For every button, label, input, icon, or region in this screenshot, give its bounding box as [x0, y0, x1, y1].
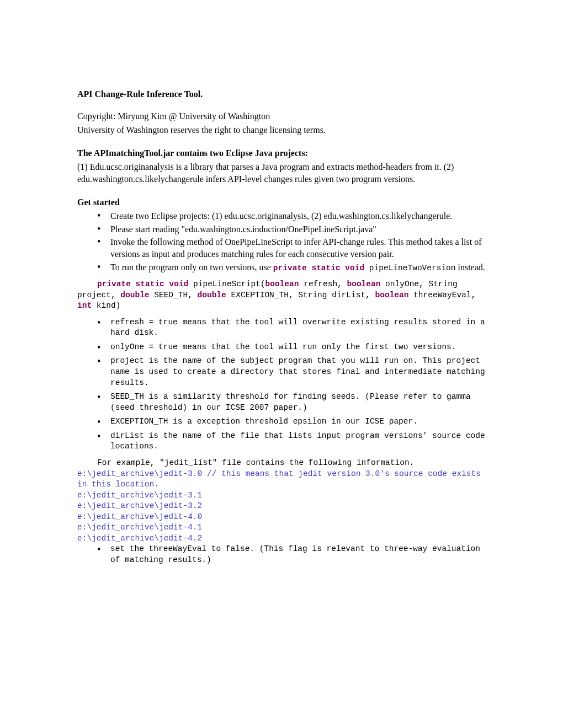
code-text: SEED_TH,	[150, 291, 198, 299]
code-keyword: private static void	[273, 264, 364, 272]
code-keyword: int	[77, 301, 92, 310]
jar-heading: The APImatchingTool.jar contains two Ecl…	[77, 147, 486, 159]
get-started-heading: Get started	[77, 196, 486, 208]
final-list: set the threeWayEval to false. (This fla…	[77, 544, 486, 565]
list-item: refresh = true means that the tool will …	[77, 317, 486, 339]
method-signature: private static void pipeLineScript(boole…	[77, 279, 486, 312]
code-keyword: boolean	[375, 291, 409, 299]
code-text: kind)	[92, 301, 120, 310]
code-text: EXCEPTION_TH, String dirList,	[226, 291, 375, 299]
list-item: project is the name of the subject progr…	[77, 356, 486, 388]
text: To run the program only on two versions,…	[110, 263, 273, 272]
list-item: onlyOne = true means that the tool will …	[77, 342, 486, 353]
example-line: e:\jedit_archive\jedit-4.0	[77, 512, 486, 523]
list-item: Create two Eclipse projects: (1) edu.ucs…	[77, 210, 486, 222]
code-keyword: boolean	[265, 280, 299, 288]
copyright-line-1: Copyright: Miryung Kim @ University of W…	[77, 110, 486, 122]
code-text: pipeLineTwoVersion	[364, 264, 455, 272]
page-title: API Change-Rule Inference Tool.	[77, 88, 486, 100]
example-line: e:\jedit_archive\jedit-3.1	[77, 490, 486, 501]
example-line: e:\jedit_archive\jedit-4.2	[77, 533, 486, 544]
list-item: SEED_TH is a similarity threshold for fi…	[77, 392, 486, 413]
example-line: e:\jedit_archive\jedit-4.1	[77, 522, 486, 533]
list-item: Please start reading "edu.washington.cs.…	[77, 223, 486, 235]
text: instead.	[456, 263, 485, 272]
example-line: e:\jedit_archive\jedit-3.2	[77, 501, 486, 512]
code-text: refresh,	[299, 280, 347, 288]
code-keyword: boolean	[347, 280, 381, 288]
copyright-line-2: University of Washington reserves the ri…	[77, 124, 486, 136]
list-item: dirList is the name of the file that lis…	[77, 431, 486, 452]
code-keyword: private static void	[97, 280, 188, 288]
code-text: threeWayEval,	[408, 291, 476, 299]
example-line: e:\jedit_archive\jedit-3.0 // this means…	[77, 469, 486, 490]
list-item: set the threeWayEval to false. (This fla…	[77, 544, 486, 565]
jar-body: (1) Edu.ucsc.originanalysis is a library…	[77, 161, 486, 185]
param-list: refresh = true means that the tool will …	[77, 317, 486, 452]
example-intro: For example, "jedit_list" file contains …	[77, 458, 486, 469]
list-item: To run the program only on two versions,…	[77, 261, 486, 274]
get-started-list: Create two Eclipse projects: (1) edu.ucs…	[77, 210, 486, 274]
code-keyword: double	[120, 291, 149, 299]
list-item: Invoke the following method of OnePipeLi…	[77, 236, 486, 260]
code-keyword: double	[198, 291, 226, 299]
document-page: API Change-Rule Inference Tool. Copyrigh…	[0, 0, 563, 728]
list-item: EXCEPTION_TH is a exception threshold ep…	[77, 416, 486, 427]
code-text: pipeLineScript(	[188, 280, 265, 288]
